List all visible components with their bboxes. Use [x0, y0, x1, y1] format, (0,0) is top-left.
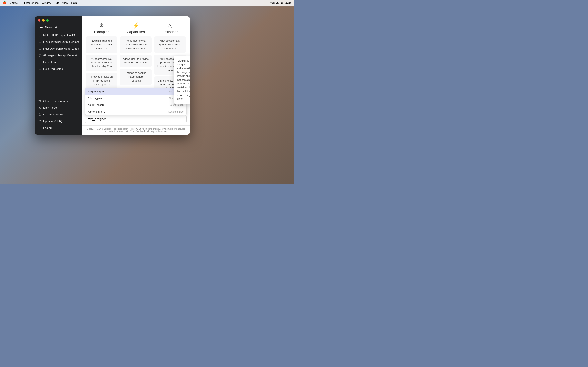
- external-link-icon: [38, 120, 41, 123]
- autocomplete-item-chess[interactable]: /chess_player Chess Player: [85, 95, 186, 101]
- capabilities-cards: Remembers what user said earlier in the …: [120, 36, 151, 85]
- logout-icon: [38, 127, 41, 129]
- sidebar-divider: [36, 95, 80, 95]
- sidebar-item-ai-imagery[interactable]: AI Imagery Prompt Generator: [36, 52, 80, 59]
- autocomplete-cmd-chess: /chess_player: [88, 97, 104, 100]
- sidebar-item-label-help: Help offered: [43, 60, 58, 64]
- capability-card-2: Trained to decline inappropriate request…: [120, 69, 151, 85]
- window-controls: [35, 16, 82, 24]
- autocomplete-cmd-svg: /svg_designer: [88, 90, 104, 93]
- discord-label: OpenAI Discord: [43, 113, 63, 116]
- chat-input[interactable]: [85, 115, 187, 123]
- autocomplete-item-svg[interactable]: /svg_designer SVG designer: [85, 88, 186, 95]
- autocomplete-cmd-talent: /talent_coach: [88, 103, 104, 106]
- input-area: /svg_designer SVG designer /chess_player…: [82, 114, 190, 125]
- tooltip-text: I would like you to act as an SVG design…: [177, 59, 190, 100]
- minimize-button[interactable]: [42, 19, 44, 22]
- autocomplete-desc-aphorism: Aphorism Boo: [168, 110, 183, 113]
- capabilities-title: Capabilities: [127, 30, 145, 34]
- warning-icon: △: [154, 22, 186, 29]
- menubar-help[interactable]: Help: [71, 1, 77, 4]
- sun-icon: ☀: [86, 22, 117, 29]
- sidebar: New chat Make HTTP request in JS Linux T…: [35, 16, 82, 134]
- sidebar-item-help-offered[interactable]: Help offered: [36, 59, 80, 66]
- three-columns-grid: ☀ Examples "Explain quantum computing in…: [86, 22, 186, 93]
- capabilities-column: ⚡ Capabilities Remembers what user said …: [120, 22, 151, 93]
- sidebar-item-rust[interactable]: Rust Ownership Model Exam: [36, 45, 80, 52]
- sidebar-item-linux[interactable]: Linux Terminal Output Comm: [36, 39, 80, 45]
- examples-cards: "Explain quantum computing in simple ter…: [86, 36, 117, 89]
- sidebar-item-label-help-req: Help Requested: [43, 67, 63, 70]
- clear-conversations-button[interactable]: Clear conversations: [36, 98, 80, 104]
- sidebar-item-label: Make HTTP request in JS: [43, 34, 75, 37]
- menubar-right: Mon, Jan 16 20:58: [270, 1, 292, 4]
- chat-icon-4: [38, 54, 41, 57]
- sidebar-bottom: Clear conversations Dark mode OpenAI Dis…: [35, 96, 82, 134]
- logout-button[interactable]: Log out: [36, 125, 80, 131]
- clear-conversations-label: Clear conversations: [43, 100, 68, 103]
- footer-version-link[interactable]: ChatGPT Jan 9 Version: [87, 128, 112, 130]
- menubar: 🍎 ChatGPT Preferences Window Edit View H…: [0, 0, 294, 6]
- chat-icon-2: [38, 41, 41, 43]
- chat-icon-3: [38, 47, 41, 50]
- footer-bar: ChatGPT Jan 9 Version. Free Research Pre…: [82, 125, 190, 134]
- menubar-view[interactable]: View: [62, 1, 68, 4]
- example-card-0[interactable]: "Explain quantum computing in simple ter…: [86, 36, 117, 53]
- maximize-button[interactable]: [46, 19, 49, 22]
- autocomplete-item-talent[interactable]: /talent_coach Talent Coach: [85, 101, 186, 108]
- new-chat-label: New chat: [45, 26, 57, 29]
- main-content: ☀ Examples "Explain quantum computing in…: [82, 16, 190, 134]
- svg-point-0: [39, 113, 41, 116]
- new-chat-button[interactable]: New chat: [36, 24, 80, 31]
- examples-title: Examples: [94, 30, 109, 34]
- limitation-card-0: May occasionally generate incorrect info…: [154, 36, 186, 53]
- updates-button[interactable]: Updates & FAQ: [36, 118, 80, 125]
- menubar-date: Mon, Jan 16: [270, 1, 283, 4]
- dark-mode-label: Dark mode: [43, 106, 57, 109]
- autocomplete-cmd-aphorism: /aphorism_b...: [88, 110, 105, 113]
- autocomplete-dropdown[interactable]: /svg_designer SVG designer /chess_player…: [85, 88, 187, 115]
- examples-column: ☀ Examples "Explain quantum computing in…: [86, 22, 117, 93]
- menubar-left: 🍎 ChatGPT Preferences Window Edit View H…: [2, 1, 77, 5]
- menubar-preferences[interactable]: Preferences: [24, 1, 39, 4]
- example-card-1[interactable]: "Got any creative ideas for a 10 year ol…: [86, 55, 117, 71]
- limitations-header: △ Limitations: [154, 22, 186, 34]
- footer-text: . Free Research Preview. Our goal is to …: [104, 128, 185, 133]
- example-card-2[interactable]: "How do I make an HTTP request in Javasc…: [86, 73, 117, 89]
- moon-icon: [38, 106, 41, 109]
- apple-menu[interactable]: 🍎: [2, 1, 6, 5]
- menubar-clock: 20:58: [285, 1, 292, 4]
- sidebar-item-label-linux: Linux Terminal Output Comm: [43, 40, 79, 43]
- capability-card-1: Allows user to provide follow-up correct…: [120, 55, 151, 67]
- sidebar-item-label-ai: AI Imagery Prompt Generator: [43, 54, 79, 57]
- menubar-window[interactable]: Window: [42, 1, 51, 4]
- examples-header: ☀ Examples: [86, 22, 117, 34]
- logout-label: Log out: [43, 126, 52, 129]
- discord-icon: [38, 113, 41, 116]
- app-window: New chat Make HTTP request in JS Linux T…: [35, 16, 190, 134]
- sidebar-item-help-requested[interactable]: Help Requested: [36, 66, 80, 72]
- menubar-edit[interactable]: Edit: [54, 1, 59, 4]
- dark-mode-button[interactable]: Dark mode: [36, 104, 80, 111]
- discord-button[interactable]: OpenAI Discord: [36, 111, 80, 118]
- updates-label: Updates & FAQ: [43, 120, 62, 123]
- capabilities-header: ⚡ Capabilities: [120, 22, 151, 34]
- chat-icon: [38, 34, 41, 37]
- sidebar-item-label-rust: Rust Ownership Model Exam: [43, 47, 79, 50]
- sidebar-nav: Make HTTP request in JS Linux Terminal O…: [35, 31, 82, 94]
- chat-icon-6: [38, 67, 41, 70]
- menubar-app-name[interactable]: ChatGPT: [9, 1, 21, 4]
- sidebar-item-make-http[interactable]: Make HTTP request in JS: [36, 32, 80, 39]
- plus-icon: [40, 26, 43, 29]
- tooltip-popup: I would like you to act as an SVG design…: [173, 56, 190, 104]
- trash-icon: [38, 100, 41, 103]
- limitations-title: Limitations: [162, 30, 178, 34]
- lightning-icon: ⚡: [120, 22, 151, 29]
- chat-icon-5: [38, 61, 41, 64]
- close-button[interactable]: [38, 19, 40, 22]
- autocomplete-item-aphorism[interactable]: /aphorism_b... Aphorism Boo: [85, 108, 186, 115]
- capability-card-0: Remembers what user said earlier in the …: [120, 36, 151, 53]
